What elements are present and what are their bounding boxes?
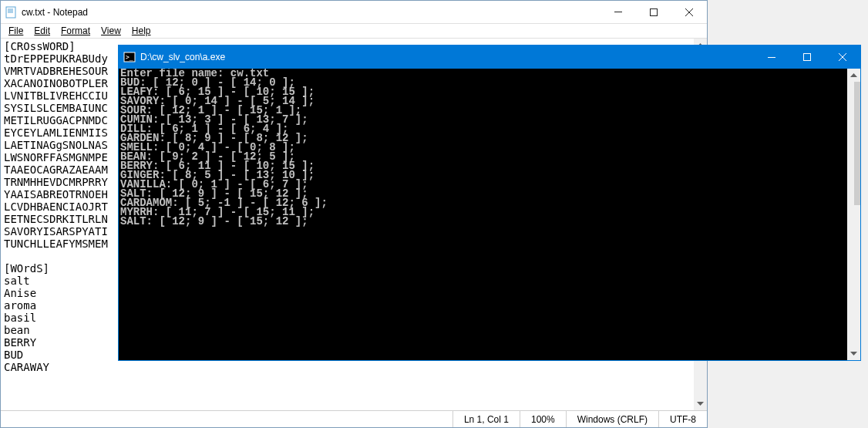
scroll-up-icon[interactable] <box>847 69 860 82</box>
menu-file[interactable]: File <box>4 25 28 37</box>
notepad-menubar: File Edit Format View Help <box>1 24 707 39</box>
close-button[interactable] <box>825 45 860 69</box>
menu-edit[interactable]: Edit <box>29 25 55 37</box>
minimize-button[interactable] <box>601 1 636 24</box>
console-window-buttons <box>754 45 860 69</box>
status-position: Ln 1, Col 1 <box>453 411 520 427</box>
scroll-thumb[interactable] <box>854 82 861 205</box>
svg-rect-9 <box>804 54 811 61</box>
console-titlebar[interactable]: >_ D:\cw_slv_con\a.exe <box>119 45 860 69</box>
console-icon: >_ <box>123 51 136 63</box>
console-body: Enter file name: cw.txt BUD: [ 12; 0 ] -… <box>119 69 860 360</box>
status-crlf: Windows (CRLF) <box>567 411 659 427</box>
maximize-button[interactable] <box>789 45 825 69</box>
status-zoom: 100% <box>520 411 567 427</box>
notepad-title: cw.txt - Notepad <box>22 7 601 18</box>
minimize-button[interactable] <box>754 45 789 69</box>
notepad-window-buttons <box>601 1 707 24</box>
scroll-down-icon[interactable] <box>847 347 860 360</box>
svg-rect-4 <box>614 12 622 12</box>
menu-view[interactable]: View <box>96 25 126 37</box>
scroll-down-icon[interactable] <box>694 397 707 410</box>
maximize-button[interactable] <box>636 1 671 24</box>
console-title: D:\cw_slv_con\a.exe <box>140 52 754 62</box>
svg-rect-8 <box>768 57 775 58</box>
console-window: >_ D:\cw_slv_con\a.exe Enter file name: … <box>118 45 861 361</box>
notepad-statusbar: Ln 1, Col 1 100% Windows (CRLF) UTF-8 <box>1 410 707 427</box>
notepad-icon <box>5 6 18 19</box>
console-scrollbar[interactable] <box>847 69 860 360</box>
svg-text:>_: >_ <box>126 54 133 61</box>
menu-help[interactable]: Help <box>127 25 156 37</box>
menu-format[interactable]: Format <box>56 25 95 37</box>
status-spacer <box>1 411 453 427</box>
console-output[interactable]: Enter file name: cw.txt BUD: [ 12; 0 ] -… <box>119 69 847 360</box>
close-button[interactable] <box>671 1 707 24</box>
svg-rect-5 <box>651 8 658 15</box>
notepad-titlebar[interactable]: cw.txt - Notepad <box>1 1 707 24</box>
status-encoding: UTF-8 <box>659 411 707 427</box>
